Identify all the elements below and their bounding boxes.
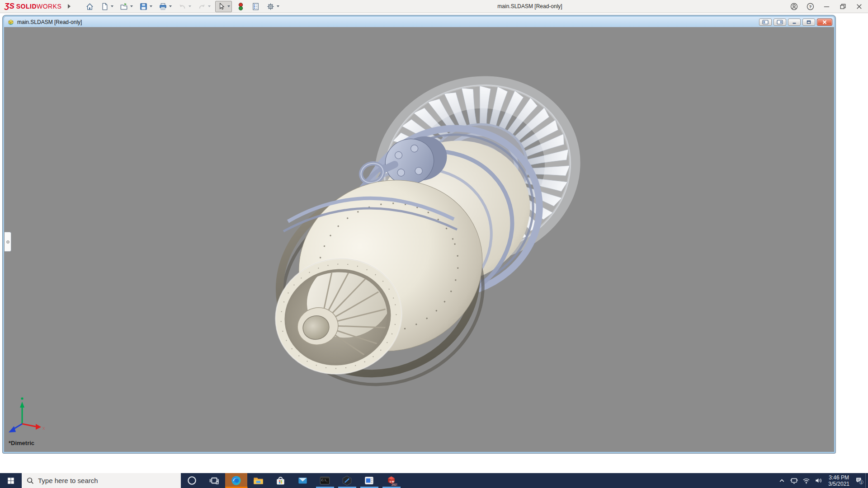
cortana-button[interactable] xyxy=(181,473,203,488)
task-view-button[interactable] xyxy=(203,473,225,488)
solidworks-icon xyxy=(385,474,397,487)
save-button[interactable] xyxy=(137,1,154,12)
minimize-button[interactable] xyxy=(818,0,835,13)
undo-icon xyxy=(178,2,187,11)
rebuild-button[interactable] xyxy=(235,1,247,12)
document-window-controls xyxy=(757,19,832,26)
terminal-button[interactable] xyxy=(314,473,336,488)
chevron-up-icon xyxy=(778,476,786,485)
system-tray: 3:46 PM 3/5/2021 xyxy=(776,473,868,488)
cortana-icon xyxy=(186,474,198,487)
taskbar: 3:46 PM 3/5/2021 xyxy=(0,473,868,488)
select-icon xyxy=(217,2,226,11)
logo-text-light: WORKS xyxy=(37,3,61,10)
edge-button[interactable] xyxy=(225,473,247,488)
tablet-mode-button[interactable] xyxy=(788,473,800,488)
dropdown-caret-icon[interactable] xyxy=(130,5,133,7)
quick-access-toolbar xyxy=(82,0,283,13)
doc-close-button[interactable] xyxy=(817,19,832,26)
taskbar-clock[interactable]: 3:46 PM 3/5/2021 xyxy=(825,474,853,487)
open-button[interactable] xyxy=(118,1,135,12)
logo-text-bold: SOLID xyxy=(16,3,37,10)
pane-left-button[interactable] xyxy=(759,19,772,26)
search-icon xyxy=(26,477,34,485)
clock-date: 3/5/2021 xyxy=(828,481,849,487)
store-icon xyxy=(274,474,287,487)
doc-minimize-icon xyxy=(791,20,797,24)
open-icon xyxy=(120,2,128,11)
feature-panel-expander[interactable] xyxy=(5,232,11,252)
clock-time: 3:46 PM xyxy=(828,474,849,481)
edge-icon xyxy=(230,474,242,487)
dev-hex-button[interactable] xyxy=(336,473,358,488)
file-explorer-icon xyxy=(252,474,264,487)
expand-menu-icon[interactable] xyxy=(68,4,71,9)
assembly-icon xyxy=(7,19,14,26)
redo-button xyxy=(196,1,212,12)
print-icon xyxy=(159,2,167,11)
tray-overflow-button[interactable] xyxy=(776,473,788,488)
engine-3d-model[interactable]: x xyxy=(4,27,834,452)
file-explorer-button[interactable] xyxy=(247,473,269,488)
taskbar-apps xyxy=(181,473,402,488)
windows-logo-icon xyxy=(7,477,15,485)
help-icon xyxy=(806,2,815,11)
action-center-button[interactable] xyxy=(853,473,865,488)
doc-close-icon xyxy=(822,20,827,24)
volume-icon xyxy=(814,476,823,485)
network-button[interactable] xyxy=(800,473,812,488)
document-title: main.SLDASM [Read-only] xyxy=(17,19,82,25)
expander-dot-icon xyxy=(6,240,9,244)
file-properties-button[interactable] xyxy=(250,1,262,12)
options-icon xyxy=(266,2,275,11)
document-titlebar[interactable]: main.SLDASM [Read-only] xyxy=(4,17,834,27)
start-button[interactable] xyxy=(0,473,22,488)
app-title: main.SLDASM [Read-only] xyxy=(497,0,562,13)
document-window: main.SLDASM [Read-only] xyxy=(3,15,835,453)
app-titlebar: ƷS SOLID WORKS main.SLDASM [Read-only] xyxy=(0,0,868,13)
graphics-viewport[interactable]: x *Dimetric xyxy=(4,27,834,452)
options-button[interactable] xyxy=(264,1,281,12)
dropdown-caret-icon[interactable] xyxy=(208,5,211,7)
y-axis-arrow xyxy=(20,402,24,408)
mail-icon xyxy=(297,474,309,487)
x-axis-label: x xyxy=(42,425,45,431)
restore-button[interactable] xyxy=(835,0,851,13)
dropdown-caret-icon[interactable] xyxy=(227,5,230,7)
new-button[interactable] xyxy=(99,1,115,12)
store-button[interactable] xyxy=(269,473,292,488)
doc-minimize-button[interactable] xyxy=(788,19,801,26)
search-input[interactable] xyxy=(38,477,165,484)
help-button[interactable] xyxy=(802,0,818,13)
show-desktop-button[interactable] xyxy=(865,473,868,488)
app-window-controls xyxy=(786,0,867,13)
dropdown-caret-icon[interactable] xyxy=(189,5,191,7)
print-button[interactable] xyxy=(157,1,174,12)
doc-restore-button[interactable] xyxy=(802,19,815,26)
select-button[interactable] xyxy=(215,1,232,12)
tablet-mode-icon xyxy=(790,476,798,485)
new-icon xyxy=(100,2,109,11)
pane-left-icon xyxy=(762,20,769,24)
mail-button[interactable] xyxy=(292,473,314,488)
dev-hex-icon xyxy=(341,474,353,487)
close-button[interactable] xyxy=(851,0,867,13)
minimize-icon xyxy=(822,2,831,11)
z-axis-arrow xyxy=(9,426,16,432)
solidworks-button[interactable] xyxy=(380,473,402,488)
dropdown-caret-icon[interactable] xyxy=(150,5,152,7)
dropdown-caret-icon[interactable] xyxy=(111,5,113,7)
wifi-icon xyxy=(802,476,811,485)
taskbar-search[interactable] xyxy=(22,473,181,488)
volume-button[interactable] xyxy=(812,473,825,488)
solidworks-logo: ƷS SOLID WORKS xyxy=(0,2,61,11)
orientation-triad: x xyxy=(9,397,45,432)
window-app-button[interactable] xyxy=(358,473,380,488)
dropdown-caret-icon[interactable] xyxy=(277,5,279,7)
pane-right-button[interactable] xyxy=(774,19,786,26)
home-button[interactable] xyxy=(84,1,96,12)
x-axis-arrow xyxy=(36,424,41,430)
dropdown-caret-icon[interactable] xyxy=(169,5,172,7)
terminal-icon xyxy=(319,474,331,487)
account-button[interactable] xyxy=(786,0,802,13)
